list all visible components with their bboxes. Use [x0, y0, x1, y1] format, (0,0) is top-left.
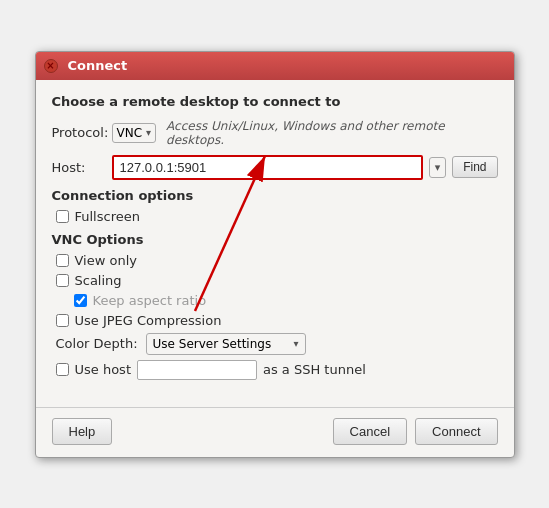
host-input[interactable]	[112, 155, 423, 180]
color-depth-value: Use Server Settings	[153, 337, 290, 351]
connect-dialog: × Connect Choose a remote desktop to con…	[35, 51, 515, 458]
host-input-wrap: ▾ Find	[112, 155, 498, 180]
use-jpeg-label: Use JPEG Compression	[75, 313, 222, 328]
dialog-header: Choose a remote desktop to connect to	[52, 94, 498, 109]
close-icon: ×	[46, 60, 54, 71]
protocol-dropdown-arrow: ▾	[146, 127, 151, 138]
use-host-checkbox[interactable]	[56, 363, 69, 376]
button-bar: Help Cancel Connect	[36, 407, 514, 457]
scaling-checkbox[interactable]	[56, 274, 69, 287]
use-host-label: Use host	[75, 362, 131, 377]
fullscreen-label: Fullscreen	[75, 209, 140, 224]
ssh-row: Use host as a SSH tunnel	[52, 360, 498, 380]
close-button[interactable]: ×	[44, 59, 58, 73]
protocol-select[interactable]: VNC ▾	[112, 123, 157, 143]
keep-aspect-ratio-row: Keep aspect ratio	[52, 293, 498, 308]
right-buttons: Cancel Connect	[333, 418, 498, 445]
view-only-label: View only	[75, 253, 137, 268]
color-depth-label: Color Depth:	[56, 336, 138, 351]
titlebar: × Connect	[36, 52, 514, 80]
color-depth-row: Color Depth: Use Server Settings ▾	[52, 333, 498, 355]
fullscreen-checkbox[interactable]	[56, 210, 69, 223]
scaling-label: Scaling	[75, 273, 122, 288]
color-depth-arrow: ▾	[294, 338, 299, 349]
protocol-label: Protocol:	[52, 125, 112, 140]
scaling-row: Scaling	[52, 273, 498, 288]
host-dropdown[interactable]: ▾	[429, 157, 447, 178]
help-button[interactable]: Help	[52, 418, 113, 445]
keep-aspect-ratio-checkbox[interactable]	[74, 294, 87, 307]
cancel-button[interactable]: Cancel	[333, 418, 407, 445]
find-button[interactable]: Find	[452, 156, 497, 178]
color-depth-select[interactable]: Use Server Settings ▾	[146, 333, 306, 355]
host-row: Host: ▾ Find	[52, 155, 498, 180]
keep-aspect-ratio-label: Keep aspect ratio	[93, 293, 207, 308]
ssh-host-input[interactable]	[137, 360, 257, 380]
connect-button[interactable]: Connect	[415, 418, 497, 445]
protocol-value: VNC	[117, 126, 143, 140]
host-label: Host:	[52, 160, 112, 175]
connection-options-header: Connection options	[52, 188, 498, 203]
view-only-checkbox[interactable]	[56, 254, 69, 267]
dialog-content: Choose a remote desktop to connect to Pr…	[36, 80, 514, 397]
protocol-row: Protocol: VNC ▾ Access Unix/Linux, Windo…	[52, 119, 498, 147]
fullscreen-row: Fullscreen	[52, 209, 498, 224]
window-title: Connect	[68, 58, 506, 73]
view-only-row: View only	[52, 253, 498, 268]
ssh-tunnel-label: as a SSH tunnel	[263, 362, 366, 377]
vnc-options-header: VNC Options	[52, 232, 498, 247]
protocol-description: Access Unix/Linux, Windows and other rem…	[166, 119, 497, 147]
use-jpeg-checkbox[interactable]	[56, 314, 69, 327]
use-jpeg-row: Use JPEG Compression	[52, 313, 498, 328]
